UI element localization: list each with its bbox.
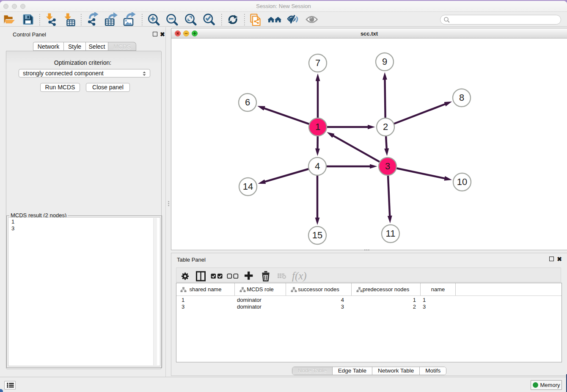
svg-text:8: 8 bbox=[459, 92, 464, 103]
svg-text:2: 2 bbox=[383, 121, 388, 132]
svg-text:1: 1 bbox=[315, 121, 320, 132]
svg-text:15: 15 bbox=[312, 230, 322, 240]
svg-text:11: 11 bbox=[386, 228, 396, 239]
svg-text:6: 6 bbox=[245, 97, 250, 108]
svg-text:f(x): f(x) bbox=[292, 270, 307, 282]
svg-text:4: 4 bbox=[315, 161, 320, 171]
svg-text:3: 3 bbox=[385, 161, 390, 171]
svg-text:10: 10 bbox=[457, 177, 467, 187]
svg-text:9: 9 bbox=[382, 56, 387, 67]
svg-text:14: 14 bbox=[243, 181, 253, 192]
svg-text:7: 7 bbox=[315, 58, 320, 68]
